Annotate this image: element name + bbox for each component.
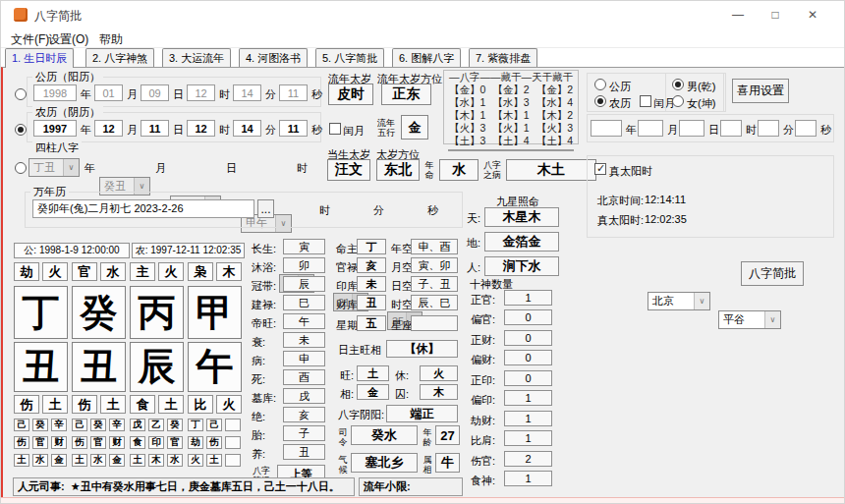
lunar-second-input[interactable]: 11 <box>279 120 308 137</box>
manual-day-input[interactable] <box>679 120 704 137</box>
shishen-label: 正财: <box>471 333 495 348</box>
close-button[interactable]: ✕ <box>794 1 831 28</box>
solar-minute-input[interactable]: 14 <box>233 84 261 101</box>
bazi-yinyang-value: 端正 <box>386 405 458 422</box>
day-branch-god: 食 <box>130 395 155 414</box>
shishen-label: 偏财: <box>471 353 495 367</box>
solar-hour-input[interactable]: 12 <box>187 84 215 101</box>
manual-second-input[interactable] <box>795 120 817 137</box>
unit-day: 日 <box>173 87 184 102</box>
lunar-hour-input[interactable]: 12 <box>187 120 215 137</box>
solar-month-input[interactable]: 01 <box>94 84 123 101</box>
caiku-value: 丑 <box>357 295 386 310</box>
unit-second: 秒 <box>427 203 438 218</box>
unit-hour: 时 <box>319 203 330 218</box>
province-combo[interactable]: 北京 <box>648 292 710 310</box>
hidden-god: 官 <box>32 436 48 449</box>
stage-label: 死: <box>252 372 265 387</box>
shishen-value: 1 <box>504 430 552 446</box>
right-leap-checkbox[interactable] <box>640 95 651 107</box>
unit-minute: 分 <box>373 203 384 218</box>
manual-month-input[interactable] <box>638 120 663 137</box>
city-combo[interactable]: 平谷 <box>718 310 781 329</box>
lunar-minute-input[interactable]: 14 <box>233 120 261 137</box>
lunar-month-input[interactable]: 12 <box>94 120 123 137</box>
solar-radio[interactable] <box>15 88 27 100</box>
unit-year: 年 <box>81 87 91 102</box>
tab-hetu[interactable]: 4. 河图洛书 <box>239 48 308 67</box>
male-radio[interactable] <box>672 79 684 90</box>
sizhu-year-combo[interactable]: 丁丑 <box>28 158 80 177</box>
shishen-value: 2 <box>504 451 552 467</box>
manual-minute-input[interactable] <box>758 120 779 137</box>
lunar-year-input[interactable]: 1997 <box>33 120 77 137</box>
unit-minute: 分 <box>783 123 794 138</box>
unit-month: 月 <box>667 123 678 138</box>
solar-year-input[interactable]: 1998 <box>33 84 77 101</box>
metal-canggan: 【金】2 <box>492 84 529 96</box>
unit-minute: 分 <box>265 87 276 102</box>
right-lunar-radio[interactable] <box>594 95 606 107</box>
calendar-date-input[interactable]: 癸卯年(兔)二月初七 2023-2-26 <box>32 199 254 218</box>
lunar-radio[interactable] <box>15 124 27 136</box>
manual-year-input[interactable] <box>591 120 622 137</box>
xiyong-settings-button[interactable]: 喜用设置 <box>732 79 789 103</box>
manual-hour-input[interactable] <box>720 120 742 137</box>
menu-help[interactable]: 帮助 <box>99 31 123 48</box>
unit-minute: 分 <box>265 123 276 138</box>
hidden-elem: 水 <box>90 454 106 467</box>
unit-month: 月 <box>127 87 138 102</box>
guanlu-value: 亥 <box>357 257 386 273</box>
sizhu-radio[interactable] <box>15 162 27 174</box>
title-bar: 八字简批 — □ ✕ <box>1 1 844 28</box>
hidden-stem: 癸 <box>167 419 183 431</box>
tab-ziwei[interactable]: 7. 紫薇排盘 <box>469 48 537 67</box>
lunar-day-input[interactable]: 11 <box>141 120 169 137</box>
metal-bazi: 【金】0 <box>449 84 485 96</box>
stage-value: 戌 <box>283 388 325 404</box>
calendar-browse-button[interactable]: ... <box>257 199 274 218</box>
hidden-stem: 癸 <box>90 419 106 431</box>
right-solar-radio[interactable] <box>594 79 606 90</box>
menu-settings[interactable]: 设置(O) <box>48 31 88 48</box>
element-panel-header: —八字——藏干—天干藏干 <box>444 71 578 84</box>
hidden-god: 官 <box>90 436 106 449</box>
unit-hour: 时 <box>219 123 230 138</box>
xiang-value: 金 <box>357 384 389 400</box>
minimize-button[interactable]: — <box>719 1 757 28</box>
birth-taisui-value: 汪文 <box>327 159 370 181</box>
wood-bazi: 【木】1 <box>449 109 485 122</box>
tab-birth-time[interactable]: 1. 生日时辰 <box>5 48 74 68</box>
day-stem: 丙 <box>130 286 184 339</box>
solar-second-input[interactable]: 11 <box>279 84 308 101</box>
lunar-group-label: 农历（阴历） <box>32 105 103 120</box>
day-branch: 辰 <box>130 342 184 392</box>
female-radio[interactable] <box>672 95 684 107</box>
maximize-button[interactable]: □ <box>757 1 794 28</box>
true-solar-checkbox[interactable] <box>594 163 606 175</box>
liunian-wuxing-value: 金 <box>401 115 428 140</box>
hour-stem-god: 枭 <box>188 262 213 281</box>
tab-dayun[interactable]: 3. 大运流年 <box>162 48 231 67</box>
hidden-elem: 木 <box>148 454 164 467</box>
shishen-label: 偏官: <box>471 312 495 327</box>
app-window: 八字简批 — □ ✕ 文件(F) 设置(O) 帮助 1. 生日时辰 2. 八字神… <box>0 0 845 504</box>
unit-second: 秒 <box>311 87 322 102</box>
hidden-god: 伤 <box>14 436 29 449</box>
bazi-jianpi-button[interactable]: 八字简批 <box>741 261 804 286</box>
fire-bazi: 【火】3 <box>449 122 485 135</box>
tab-shensha[interactable]: 2. 八字神煞 <box>85 48 154 67</box>
rikong-value: 子、丑 <box>411 276 458 292</box>
fire-tiangan: 【火】3 <box>536 122 573 135</box>
solar-day-input[interactable]: 09 <box>141 84 169 101</box>
element-count-panel: —八字——藏干—天干藏干 【金】0【金】2【金】2 【水】1【水】3【水】4 【… <box>443 70 579 144</box>
hidden-elem <box>225 454 241 467</box>
tab-jianpi[interactable]: 5. 八字简批 <box>315 48 384 67</box>
month-stem-elem: 水 <box>100 262 126 281</box>
leap-month-checkbox[interactable] <box>329 123 341 135</box>
stage-label: 建禄: <box>252 298 276 312</box>
menu-file[interactable]: 文件(F) <box>11 31 49 48</box>
tab-tujie[interactable]: 6. 图解八字 <box>392 48 461 67</box>
month-stem: 癸 <box>72 286 126 339</box>
weekday-value: 五 <box>357 315 386 331</box>
